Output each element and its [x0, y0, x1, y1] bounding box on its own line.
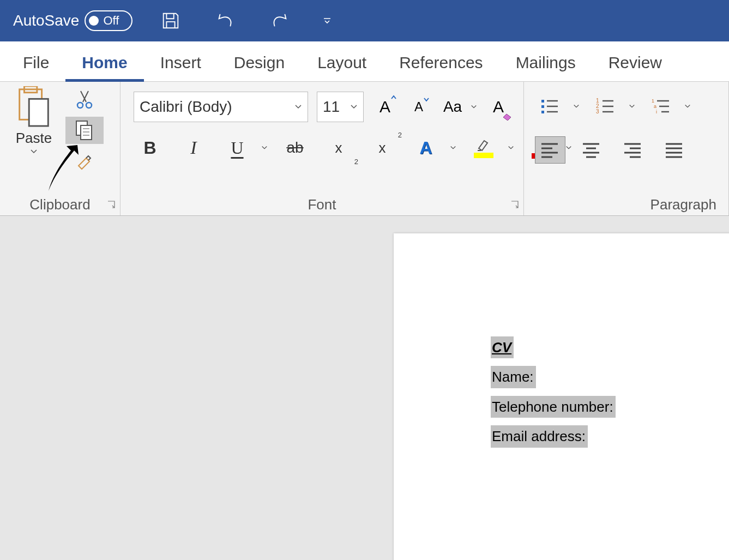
- bullets-button[interactable]: [535, 93, 565, 120]
- multilevel-dropdown[interactable]: [684, 104, 691, 109]
- change-case-dropdown[interactable]: [471, 104, 477, 110]
- svg-rect-6: [81, 125, 92, 140]
- highlight-button[interactable]: [467, 133, 500, 162]
- doc-name-line[interactable]: Name:: [491, 366, 536, 388]
- multilevel-list-button[interactable]: 1 a i: [646, 93, 677, 120]
- chevron-down-icon: [573, 104, 580, 109]
- text-effects-dropdown[interactable]: [450, 145, 456, 150]
- redo-button[interactable]: [263, 4, 296, 37]
- ribbon: Paste: [0, 82, 729, 216]
- align-right-button[interactable]: [618, 136, 648, 164]
- chevron-down-icon: [684, 104, 691, 109]
- font-group: Calibri (Body) 11 A A: [121, 82, 524, 215]
- justify-icon: [665, 141, 684, 159]
- autosave-label: AutoSave: [13, 12, 79, 29]
- align-right-icon: [623, 141, 643, 159]
- copy-icon: [75, 120, 94, 141]
- numbering-dropdown[interactable]: [629, 104, 635, 109]
- tab-insert[interactable]: Insert: [144, 41, 218, 82]
- grow-font-button[interactable]: A: [372, 94, 397, 119]
- svg-text:3: 3: [596, 109, 599, 115]
- autosave-toggle[interactable]: Off: [85, 10, 132, 31]
- bold-button[interactable]: B: [134, 133, 166, 162]
- doc-title[interactable]: CV: [491, 336, 514, 358]
- tab-review[interactable]: Review: [592, 41, 678, 82]
- copy-button[interactable]: [65, 117, 104, 144]
- svg-rect-12: [541, 105, 544, 108]
- font-name-value: Calibri (Body): [140, 98, 294, 116]
- clear-formatting-button[interactable]: A: [486, 94, 511, 119]
- shrink-font-button[interactable]: A: [406, 94, 431, 119]
- format-painter-button[interactable]: [65, 147, 104, 174]
- font-size-selector[interactable]: 11: [317, 92, 364, 122]
- chevron-down-icon: [294, 104, 302, 110]
- align-left-button[interactable]: [535, 136, 565, 164]
- chevron-down-icon: [30, 149, 38, 154]
- cut-button[interactable]: [65, 86, 104, 113]
- paste-button[interactable]: Paste: [7, 86, 61, 154]
- paragraph-group-label: Paragraph: [535, 194, 722, 214]
- underline-dropdown[interactable]: [261, 145, 268, 150]
- tab-home[interactable]: Home: [65, 41, 143, 82]
- scissors-icon: [76, 90, 93, 110]
- text-effects-icon: A: [419, 138, 432, 158]
- change-case-button[interactable]: Aa: [440, 94, 465, 119]
- qat-customize-dropdown[interactable]: [319, 4, 335, 37]
- clipboard-group-label: Clipboard: [7, 194, 113, 214]
- svg-text:i: i: [656, 109, 657, 115]
- svg-point-3: [77, 103, 83, 108]
- tab-references[interactable]: References: [383, 41, 499, 82]
- clipboard-group: Paste: [0, 82, 121, 215]
- tab-design[interactable]: Design: [218, 41, 301, 82]
- svg-rect-14: [541, 111, 544, 113]
- justify-button[interactable]: [659, 136, 690, 164]
- highlight-color-swatch: [474, 153, 493, 158]
- font-size-value: 11: [323, 98, 350, 116]
- format-painter-icon: [75, 152, 94, 170]
- caret-up-icon: [390, 94, 397, 100]
- numbering-icon: 1 2 3: [596, 98, 616, 115]
- align-center-icon: [582, 141, 601, 159]
- font-group-label: Font: [134, 194, 510, 214]
- doc-email-line[interactable]: Email address:: [491, 425, 588, 447]
- highlight-dropdown[interactable]: [508, 145, 514, 150]
- multilevel-icon: 1 a i: [652, 98, 671, 115]
- tab-file[interactable]: File: [7, 41, 65, 82]
- svg-text:1: 1: [652, 98, 654, 104]
- numbering-button[interactable]: 1 2 3: [591, 93, 621, 120]
- align-center-button[interactable]: [576, 136, 607, 164]
- strikethrough-button[interactable]: ab: [279, 133, 311, 162]
- toggle-knob-icon: [89, 16, 99, 26]
- save-button[interactable]: [154, 4, 187, 37]
- svg-rect-10: [541, 100, 544, 103]
- chevron-down-icon: [350, 104, 358, 110]
- clipboard-dialog-launcher[interactable]: [107, 200, 117, 210]
- font-dialog-launcher[interactable]: [510, 200, 520, 210]
- text-effects-button[interactable]: A: [409, 133, 442, 162]
- subscript-button[interactable]: x 2: [322, 133, 355, 162]
- italic-button[interactable]: I: [177, 133, 210, 162]
- ribbon-tabs: File Home Insert Design Layout Reference…: [0, 41, 729, 82]
- svg-text:a: a: [654, 104, 656, 109]
- paragraph-group: 1 2 3 1 a i: [524, 82, 729, 215]
- underline-button[interactable]: U: [221, 133, 254, 162]
- paste-label: Paste: [16, 130, 52, 147]
- tab-layout[interactable]: Layout: [301, 41, 383, 82]
- superscript-button[interactable]: x 2: [366, 133, 399, 162]
- bullets-icon: [540, 98, 560, 115]
- tab-mailings[interactable]: Mailings: [499, 41, 592, 82]
- paste-icon: [14, 86, 53, 128]
- autosave-toggle-container: AutoSave Off: [13, 10, 132, 31]
- doc-phone-line[interactable]: Telephone number:: [491, 396, 616, 418]
- caret-down-icon: [423, 97, 430, 103]
- font-name-selector[interactable]: Calibri (Body): [134, 92, 308, 122]
- chevron-down-icon: [629, 104, 635, 109]
- bullets-dropdown[interactable]: [573, 104, 580, 109]
- chevron-down-icon: [261, 145, 268, 150]
- autosave-state: Off: [103, 14, 119, 28]
- svg-rect-2: [29, 99, 48, 126]
- undo-button[interactable]: [209, 4, 242, 37]
- svg-point-4: [86, 103, 92, 108]
- document-page[interactable]: CV Name: Telephone number: Email address…: [394, 233, 729, 560]
- title-bar: AutoSave Off: [0, 0, 729, 41]
